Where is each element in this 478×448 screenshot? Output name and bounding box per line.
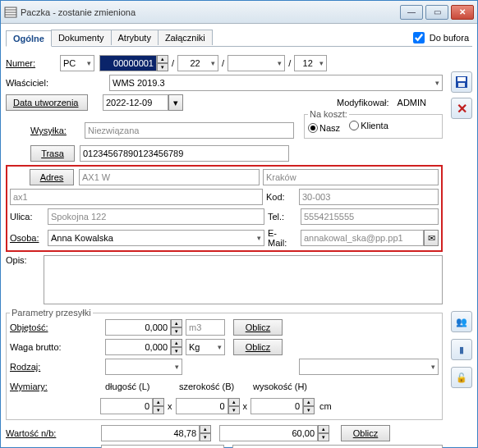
wartosc-v2[interactable] [219,425,318,441]
delete-button[interactable]: ✕ [451,98,472,119]
osoba-label: Osoba: [10,233,43,243]
objetosc-input[interactable] [105,319,171,336]
radio-klienta[interactable]: Klienta [349,121,388,130]
modyfikowal-label: Modyfikował: [337,98,389,107]
szerokosc-input[interactable] [176,398,228,414]
data-utworzenia-input[interactable] [103,94,168,111]
email-button[interactable]: ✉ [424,230,439,246]
numer-down[interactable]: ▾ [157,63,168,71]
adres-code [79,169,260,185]
adres-button[interactable]: Adres [30,169,74,185]
users-button[interactable]: 👥 [451,311,472,332]
wysokosc-input[interactable] [250,398,303,414]
tab-dokumenty[interactable]: Dokumenty [51,30,112,45]
adres-line2 [10,189,263,205]
oblicz-waga-button[interactable]: Oblicz [233,339,283,355]
dlugosc-input[interactable] [100,398,153,414]
tab-ogolne[interactable]: Ogólne [6,30,52,47]
lock-open-icon: 🔓 [456,373,467,383]
radio-nasz[interactable]: Nasz [308,123,340,133]
numer-main[interactable] [99,55,157,71]
waga-label: Waga brutto: [10,342,67,352]
do-bufora-input[interactable] [413,32,425,43]
trasa-button[interactable]: Trasa [30,145,75,162]
modyfikowal-value: ADMIN [398,98,426,107]
chevron-down-icon: ▾ [173,98,178,108]
numer-p2[interactable]: 22▾ [177,55,218,71]
wysylka-label: Wysyłka: [30,126,80,135]
calendar-button[interactable]: ▾ [168,94,183,111]
cecha-combo1[interactable]: ▾ [101,445,224,448]
maximize-button[interactable]: ▭ [425,5,448,20]
floppy-icon [455,75,468,89]
rodzaj-combo1[interactable]: ▾ [105,359,182,375]
rodzaj-label: Rodzaj: [10,362,67,372]
email-input [301,230,424,246]
close-button[interactable]: ✕ [451,5,474,20]
adres-city [263,169,439,185]
svg-rect-6 [458,83,465,87]
tab-atrybuty[interactable]: Atrybuty [111,30,159,45]
do-bufora-checkbox[interactable]: Do bufora [410,30,469,46]
svg-rect-5 [457,77,466,81]
objetosc-unit [186,319,225,336]
wlasciciel-label: Właściciel: [6,78,55,88]
waga-input[interactable] [105,339,171,355]
tab-zalaczniki[interactable]: Załączniki [158,30,213,45]
email-label: E-Mail: [268,228,296,248]
rodzaj-combo2[interactable]: ▾ [299,359,439,375]
numer-p3[interactable]: ▾ [228,55,285,71]
minimize-button[interactable]: — [400,5,423,20]
opis-textarea[interactable] [44,255,443,304]
parametry-group: Parametry przesyłki Objętość: ▴▾ Oblicz … [6,308,443,420]
cm-label: cm [319,401,332,411]
wartosc-label: Wartość n/b: [6,428,63,438]
cecha-combo2[interactable]: ▾ [232,445,443,448]
kod-input [299,189,439,205]
wysokosc-label: wysokość (H) [253,382,327,391]
wartosc-v1[interactable] [101,425,200,441]
bookmark-button[interactable]: ▮ [451,339,472,360]
app-icon [4,6,17,19]
wysylka-input [85,122,294,139]
wlasciciel-combo[interactable]: WMS 2019.3▾ [109,75,443,91]
szerokosc-label: szerokość (B) [179,382,253,391]
trasa-input[interactable] [80,145,289,162]
objetosc-label: Objętość: [10,322,67,332]
numer-label: Numer: [6,58,55,68]
save-button[interactable] [451,71,472,93]
bookmark-icon: ▮ [459,345,464,355]
oblicz-wartosc-button[interactable]: Oblicz [341,425,390,441]
na-koszt-group: Na koszt: Nasz Klienta [304,109,443,139]
address-section: Adres Kod: Ulica: Tel.: [6,165,443,252]
waga-unit-combo[interactable]: Kg▾ [186,339,225,355]
kod-label: Kod: [266,192,294,202]
tel-input [301,208,439,225]
window-title: Paczka - zostanie zmieniona [21,7,400,17]
oblicz-obj-button[interactable]: Oblicz [233,319,283,336]
users-icon: 👥 [456,317,467,327]
osoba-combo[interactable]: Anna Kowalska▾ [48,230,264,246]
numer-p4[interactable]: 12▾ [294,55,327,71]
data-utworzenia-button[interactable]: Data utworzenia [6,94,88,111]
ulica-label: Ulica: [10,212,43,222]
numer-prefix[interactable]: PC▾ [60,55,94,71]
envelope-icon: ✉ [428,233,435,244]
ulica-input [48,208,264,225]
dlugosc-label: długość (L) [105,382,179,391]
unlock-button[interactable]: 🔓 [451,367,472,388]
tel-label: Tel.: [268,212,296,222]
wymiary-label: Wymiary: [10,382,67,391]
numer-up[interactable]: ▴ [157,55,168,63]
opis-label: Opis: [6,255,39,265]
